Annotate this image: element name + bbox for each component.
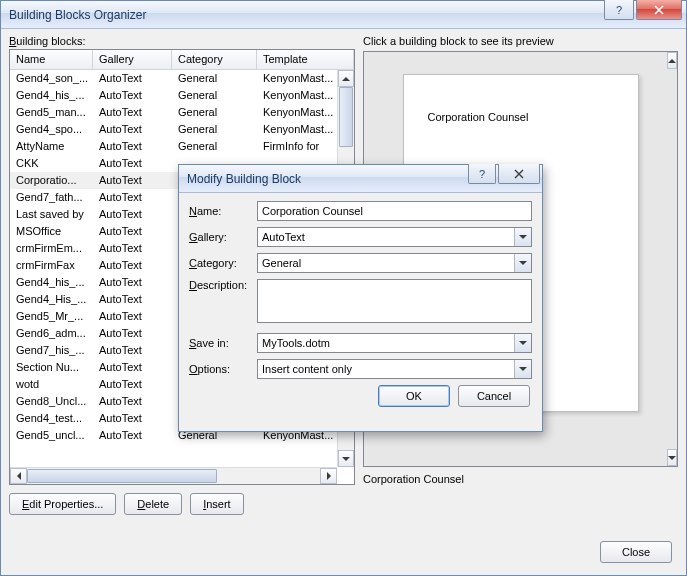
preview-label: Click a building block to see its previe… bbox=[363, 35, 678, 47]
modal-help-icon[interactable]: ? bbox=[468, 164, 496, 184]
delete-button[interactable]: Delete bbox=[124, 493, 182, 515]
table-row[interactable]: Gend4_son_...AutoTextGeneralKenyonMast..… bbox=[10, 70, 354, 87]
building-blocks-organizer-window: Building Blocks Organizer ? Building blo… bbox=[0, 0, 687, 576]
cancel-button[interactable]: Cancel bbox=[458, 385, 530, 407]
preview-content: Corporation Counsel bbox=[428, 111, 529, 123]
gallery-combo[interactable] bbox=[257, 227, 532, 247]
svg-text:?: ? bbox=[616, 5, 622, 15]
col-name[interactable]: Name bbox=[10, 50, 93, 69]
name-input[interactable] bbox=[257, 201, 532, 221]
scroll-up-icon[interactable] bbox=[338, 70, 354, 87]
help-icon[interactable]: ? bbox=[604, 0, 634, 20]
list-hscroll[interactable] bbox=[10, 467, 337, 484]
category-combo[interactable] bbox=[257, 253, 532, 273]
close-button[interactable]: Close bbox=[600, 541, 672, 563]
description-input[interactable] bbox=[257, 279, 532, 323]
chevron-down-icon[interactable] bbox=[514, 228, 531, 246]
chevron-down-icon[interactable] bbox=[514, 360, 531, 378]
edit-properties-button[interactable]: Edit Properties... bbox=[9, 493, 116, 515]
label-options: Options: bbox=[189, 363, 257, 375]
scroll-down-icon[interactable] bbox=[338, 450, 354, 467]
building-blocks-label: Building blocks: bbox=[9, 35, 355, 47]
table-row[interactable]: AttyNameAutoTextGeneralFirmInfo for bbox=[10, 138, 354, 155]
label-description: Description: bbox=[189, 279, 257, 291]
preview-caption: Corporation Counsel bbox=[363, 473, 678, 485]
savein-combo[interactable] bbox=[257, 333, 532, 353]
close-icon[interactable] bbox=[636, 0, 682, 20]
scroll-right-icon[interactable] bbox=[320, 468, 337, 484]
col-template[interactable]: Template bbox=[257, 50, 354, 69]
window-title: Building Blocks Organizer bbox=[9, 8, 146, 22]
table-row[interactable]: Gend4_his_...AutoTextGeneralKenyonMast..… bbox=[10, 87, 354, 104]
modify-building-block-dialog: Modify Building Block ? Name: Gallery: C… bbox=[178, 164, 543, 432]
ok-button[interactable]: OK bbox=[378, 385, 450, 407]
insert-button[interactable]: Insert bbox=[190, 493, 244, 515]
table-row[interactable]: Gend4_spo...AutoTextGeneralKenyonMast... bbox=[10, 121, 354, 138]
hscroll-thumb[interactable] bbox=[27, 469, 217, 483]
modal-close-icon[interactable] bbox=[498, 164, 540, 184]
table-row[interactable]: Gend5_man...AutoTextGeneralKenyonMast... bbox=[10, 104, 354, 121]
modal-title: Modify Building Block bbox=[187, 172, 301, 186]
preview-scroll-down-icon[interactable] bbox=[667, 449, 677, 466]
options-combo[interactable] bbox=[257, 359, 532, 379]
preview-scroll-up-icon[interactable] bbox=[667, 52, 677, 69]
preview-vscroll[interactable] bbox=[667, 52, 677, 466]
chevron-down-icon[interactable] bbox=[514, 334, 531, 352]
label-name: Name: bbox=[189, 205, 257, 217]
svg-text:?: ? bbox=[479, 169, 485, 179]
titlebar: Building Blocks Organizer ? bbox=[1, 1, 686, 29]
scroll-thumb[interactable] bbox=[339, 87, 353, 147]
label-gallery: Gallery: bbox=[189, 231, 257, 243]
col-gallery[interactable]: Gallery bbox=[93, 50, 172, 69]
col-category[interactable]: Category bbox=[172, 50, 257, 69]
label-savein: Save in: bbox=[189, 337, 257, 349]
scroll-left-icon[interactable] bbox=[10, 468, 27, 484]
chevron-down-icon[interactable] bbox=[514, 254, 531, 272]
label-category: Category: bbox=[189, 257, 257, 269]
